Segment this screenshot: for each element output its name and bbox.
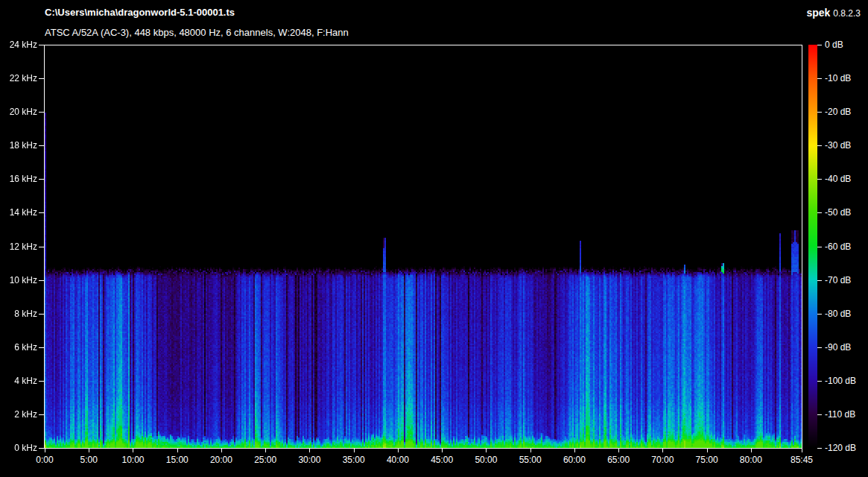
spectrogram-plot: [44, 45, 802, 449]
freq-tick: [39, 448, 44, 449]
freq-tick-label: 2 kHz: [0, 409, 37, 420]
db-tick-label: -10 dB: [825, 73, 851, 83]
db-tick-label: -30 dB: [825, 140, 851, 151]
db-tick-label: 0 dB: [825, 40, 843, 50]
time-tick: [486, 448, 487, 452]
time-tick-label: 10:00: [110, 455, 155, 465]
db-tick-label: -120 dB: [825, 443, 856, 453]
freq-tick: [39, 414, 44, 415]
db-tick-label: -70 dB: [825, 275, 851, 285]
time-tick-label: 70:00: [640, 455, 685, 465]
app-version: 0.8.2.3: [833, 8, 861, 19]
time-tick: [177, 448, 178, 452]
time-tick: [354, 448, 355, 452]
spek-window: C:\Users\micha\dragonworld-5.1-00001.ts …: [0, 0, 868, 477]
db-tick: [817, 179, 822, 180]
db-tick-label: -40 dB: [825, 174, 851, 184]
db-tick: [817, 247, 822, 247]
db-tick: [817, 280, 822, 281]
time-tick-label: 85:45: [779, 455, 824, 465]
time-tick-label: 15:00: [155, 455, 200, 465]
time-tick: [574, 448, 575, 452]
freq-tick-label: 0 kHz: [0, 443, 37, 453]
time-tick: [221, 448, 222, 452]
time-tick-label: 60:00: [552, 455, 597, 465]
db-tick: [817, 347, 822, 348]
db-tick: [817, 145, 822, 146]
time-tick-label: 50:00: [463, 455, 508, 465]
time-tick-label: 35:00: [332, 455, 376, 465]
db-tick-label: -20 dB: [825, 107, 851, 117]
time-tick: [442, 448, 443, 452]
stream-info: ATSC A/52A (AC-3), 448 kbps, 48000 Hz, 6…: [45, 27, 349, 38]
db-legend-gradient: [808, 45, 817, 448]
db-tick-label: -110 dB: [825, 409, 855, 420]
db-tick: [817, 314, 822, 315]
time-tick: [530, 448, 531, 452]
time-tick-label: 5:00: [66, 455, 111, 465]
spectrogram-canvas: [45, 45, 802, 448]
time-tick-label: 40:00: [376, 455, 420, 465]
db-tick-label: -100 dB: [825, 376, 856, 386]
freq-tick: [39, 247, 44, 247]
db-tick-label: -50 dB: [825, 207, 851, 218]
db-tick: [817, 212, 822, 213]
time-tick: [265, 448, 266, 452]
freq-tick-label: 4 kHz: [0, 376, 37, 386]
time-tick-label: 30:00: [287, 455, 332, 465]
time-tick: [662, 448, 663, 452]
freq-tick: [39, 145, 44, 146]
freq-tick: [39, 381, 44, 382]
app-name: spek: [806, 7, 830, 19]
time-tick: [398, 448, 399, 452]
time-tick: [802, 448, 802, 452]
time-tick-label: 0:00: [22, 455, 67, 465]
db-tick: [817, 448, 822, 449]
freq-tick-label: 12 kHz: [0, 241, 37, 252]
app-brand: spek0.8.2.3: [806, 7, 861, 19]
freq-tick-label: 6 kHz: [0, 342, 37, 353]
freq-tick: [39, 314, 44, 315]
db-tick: [817, 414, 822, 415]
time-tick-label: 45:00: [419, 455, 464, 465]
file-path: C:\Users\micha\dragonworld-5.1-00001.ts: [45, 7, 235, 18]
freq-tick: [39, 45, 44, 45]
freq-tick-label: 24 kHz: [0, 40, 37, 50]
freq-tick-label: 20 kHz: [0, 107, 37, 117]
time-tick-label: 80:00: [729, 455, 773, 465]
time-tick-label: 75:00: [685, 455, 729, 465]
time-tick-label: 55:00: [508, 455, 553, 465]
freq-tick-label: 8 kHz: [0, 309, 37, 319]
freq-tick: [39, 78, 44, 79]
freq-tick: [39, 112, 44, 113]
db-tick: [817, 78, 822, 79]
freq-tick: [39, 347, 44, 348]
time-tick: [707, 448, 708, 452]
db-tick-label: -60 dB: [825, 241, 851, 252]
time-tick: [45, 448, 45, 452]
time-tick: [89, 448, 89, 452]
freq-tick: [39, 179, 44, 180]
time-tick: [618, 448, 619, 452]
db-tick: [817, 45, 822, 45]
freq-tick: [39, 212, 44, 213]
freq-tick: [39, 280, 44, 281]
time-tick: [309, 448, 310, 452]
db-tick-label: -80 dB: [825, 309, 851, 319]
time-tick-label: 25:00: [243, 455, 288, 465]
time-tick: [133, 448, 133, 452]
db-tick-label: -90 dB: [825, 342, 851, 353]
time-tick: [751, 448, 752, 452]
db-tick: [817, 381, 822, 382]
time-tick-label: 20:00: [199, 455, 244, 465]
freq-tick-label: 22 kHz: [0, 73, 37, 83]
freq-tick-label: 16 kHz: [0, 174, 37, 184]
freq-tick-label: 14 kHz: [0, 207, 37, 218]
time-tick-label: 65:00: [596, 455, 641, 465]
freq-tick-label: 10 kHz: [0, 275, 37, 285]
db-tick: [817, 112, 822, 113]
freq-tick-label: 18 kHz: [0, 140, 37, 151]
